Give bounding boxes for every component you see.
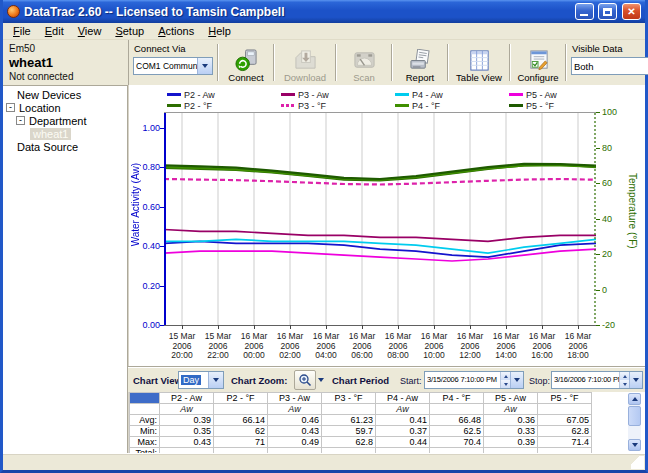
report-icon <box>408 49 433 72</box>
statistics-table: P2 - AwP2 - °FP3 - AwP3 - °FP4 - AwP4 - … <box>129 392 592 453</box>
spinner-up-icon[interactable] <box>620 372 629 380</box>
chevron-down-icon[interactable] <box>208 372 223 388</box>
menu-help[interactable]: Help <box>201 24 238 38</box>
period-stop-field[interactable]: 3/16/2006 7:10:00 PM <box>551 371 643 389</box>
spinner-down-icon[interactable] <box>501 380 510 388</box>
value-cell: 62.5 <box>430 426 484 437</box>
column-header[interactable]: P3 - °F <box>322 393 376 404</box>
toolbar-separator <box>217 44 219 81</box>
y-tick-label-right: 40 <box>602 214 626 224</box>
connect-button[interactable]: Connect <box>221 41 271 84</box>
legend-swatch <box>281 104 295 107</box>
calendar-dropdown-icon[interactable] <box>629 372 642 388</box>
column-header[interactable]: P2 - Aw <box>160 393 214 404</box>
scan-button[interactable]: Scan <box>339 41 389 84</box>
table-view-button[interactable]: Table View <box>451 41 507 84</box>
y-tick-mark-left <box>160 325 164 326</box>
maximize-button[interactable] <box>598 3 617 20</box>
x-tick-mark <box>362 325 363 329</box>
table-corner-cell[interactable] <box>130 393 160 404</box>
x-tick-label: 16 Mar200604:00 <box>306 332 346 361</box>
chart-region: P2 - AwP2 - °FP3 - AwP3 - °FP4 - AwP4 - … <box>128 85 645 366</box>
collapse-icon[interactable]: - <box>16 116 25 125</box>
x-tick-line: 12:00 <box>450 351 490 361</box>
visible-data-select[interactable]: Both <box>571 57 648 75</box>
resize-grip[interactable] <box>631 456 644 469</box>
device-model: Em50 <box>9 43 128 54</box>
chart-period-label: Chart Period <box>332 375 389 386</box>
menu-setup[interactable]: Setup <box>108 24 151 38</box>
y-tick-label-left: 1.00 <box>131 123 160 133</box>
calendar-dropdown-icon[interactable] <box>510 372 523 388</box>
scroll-up-icon[interactable] <box>628 393 641 405</box>
period-start-field[interactable]: 3/15/2006 7:10:00 PM <box>424 371 524 389</box>
port-select[interactable]: COM1 Communic <box>133 57 213 75</box>
column-header[interactable]: P4 - °F <box>430 393 484 404</box>
menu-file[interactable]: File <box>6 24 38 38</box>
tree-item-location[interactable]: -Location <box>3 101 127 114</box>
legend-label: P4 - °F <box>412 101 440 111</box>
scrollbar-thumb[interactable] <box>628 406 641 426</box>
period-stop-label: Stop: <box>529 376 550 386</box>
legend-swatch <box>509 93 523 96</box>
chevron-down-icon[interactable] <box>316 370 326 390</box>
chevron-down-icon[interactable] <box>197 58 212 74</box>
chart-controls-bar: Chart View: Day Chart Zoom: Chart Period… <box>128 366 645 392</box>
tree-item-new-devices[interactable]: New Devices <box>3 88 127 101</box>
y-tick-label-right: 100 <box>602 107 626 117</box>
legend-label: P2 - °F <box>184 101 212 111</box>
scan-button-label: Scan <box>353 72 375 83</box>
menu-view[interactable]: View <box>71 24 109 38</box>
column-header[interactable]: P4 - Aw <box>376 393 430 404</box>
table-view-button-label: Table View <box>456 72 502 83</box>
legend-item: P5 - Aw <box>509 89 623 100</box>
chart-plot-area[interactable] <box>164 112 596 325</box>
tree-item-department[interactable]: -Department <box>3 114 127 127</box>
close-button[interactable]: ✕ <box>622 3 641 20</box>
download-button[interactable]: Download <box>277 41 333 84</box>
spinner-up-icon[interactable] <box>501 372 510 380</box>
x-tick-label: 16 Mar200600:00 <box>234 332 274 361</box>
menu-actions[interactable]: Actions <box>151 24 201 38</box>
chart-view-select[interactable]: Day <box>178 371 224 389</box>
table-row: Avg:0.3966.140.4661.230.4166.480.3667.05 <box>130 415 592 426</box>
zoom-in-icon[interactable] <box>294 370 316 390</box>
date-spinner[interactable] <box>500 372 510 388</box>
x-tick-mark <box>578 325 579 329</box>
title-bar[interactable]: DataTrac 2.60 -- Licensed to Tamsin Camp… <box>3 0 645 23</box>
units-cell <box>322 404 376 415</box>
scroll-down-icon[interactable] <box>628 439 641 451</box>
minimize-button[interactable] <box>575 3 594 20</box>
x-tick-mark <box>254 325 255 329</box>
column-header[interactable]: P3 - Aw <box>268 393 322 404</box>
x-tick-mark <box>290 325 291 329</box>
table-scrollbar[interactable] <box>628 393 641 451</box>
tree-item-data-source[interactable]: Data Source <box>3 140 127 153</box>
chart-zoom-button[interactable] <box>294 370 326 390</box>
column-header[interactable]: P2 - °F <box>214 393 268 404</box>
x-tick-line: 06:00 <box>342 351 382 361</box>
date-spinner[interactable] <box>619 372 629 388</box>
status-bar <box>3 453 645 470</box>
report-button[interactable]: Report <box>395 41 445 84</box>
y-tick-label-left: 0.80 <box>131 162 160 172</box>
column-header[interactable]: P5 - Aw <box>484 393 538 404</box>
toolbar-separator <box>391 44 393 81</box>
toolbar-separator <box>447 44 449 81</box>
tree-item-label: Department <box>29 115 86 127</box>
chart-legend: P2 - AwP2 - °FP3 - AwP3 - °FP4 - AwP4 - … <box>167 89 623 111</box>
connect-button-label: Connect <box>228 72 263 83</box>
toolbar-separator <box>509 44 511 81</box>
period-start-value: 3/15/2006 7:10:00 PM <box>425 372 500 388</box>
x-tick-line: 16:00 <box>522 351 562 361</box>
menu-edit[interactable]: Edit <box>38 24 71 38</box>
configure-button[interactable]: Configure <box>513 41 563 84</box>
x-tick-line: 02:00 <box>270 351 310 361</box>
spinner-down-icon[interactable] <box>620 380 629 388</box>
tree-item-wheat1[interactable]: wheat1 <box>3 127 127 140</box>
x-tick-mark <box>506 325 507 329</box>
y-tick-mark-right <box>596 254 600 255</box>
column-header[interactable]: P5 - °F <box>538 393 592 404</box>
collapse-icon[interactable]: - <box>6 103 15 112</box>
device-info-panel: Em50 wheat1 Not connected <box>3 40 128 85</box>
